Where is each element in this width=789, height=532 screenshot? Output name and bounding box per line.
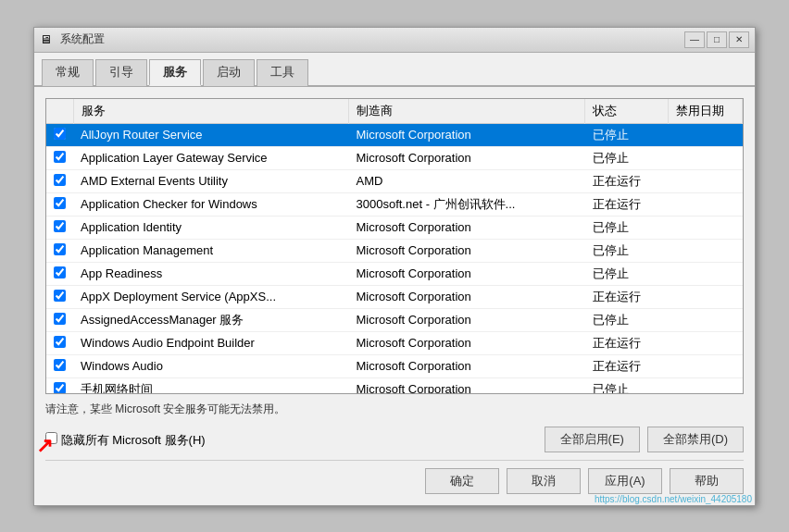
service-status: 正在运行 <box>585 169 669 192</box>
notice-text: 请注意，某些 Microsoft 安全服务可能无法禁用。 <box>45 394 744 423</box>
service-manufacturer: Microsoft Corporation <box>349 239 585 262</box>
service-disable-date <box>669 285 743 308</box>
service-status: 正在运行 <box>585 285 669 308</box>
close-button[interactable]: ✕ <box>729 31 749 48</box>
service-status: 已停止 <box>585 377 669 394</box>
tab-boot[interactable]: 引导 <box>95 59 147 86</box>
col-status: 状态 <box>585 99 669 124</box>
watermark: https://blog.csdn.net/weixin_44205180 <box>595 494 752 504</box>
service-status: 正在运行 <box>585 354 669 377</box>
service-status: 已停止 <box>585 216 669 239</box>
window-title: 系统配置 <box>60 31 105 47</box>
tab-tools[interactable]: 工具 <box>257 59 308 86</box>
table-row[interactable]: AppX Deployment Service (AppXS...Microso… <box>46 285 743 308</box>
hide-ms-row: ↗ 隐藏所有 Microsoft 服务(H) <box>45 427 206 452</box>
service-disable-date <box>669 262 743 285</box>
footer-buttons: 确定 取消 应用(A) 帮助 <box>45 460 744 494</box>
tab-services[interactable]: 服务 <box>149 59 201 86</box>
table-row[interactable]: AMD External Events UtilityAMD正在运行 <box>46 169 743 192</box>
service-checkbox[interactable] <box>54 359 66 371</box>
col-checkbox <box>46 99 73 124</box>
service-name: AssignedAccessManager 服务 <box>73 308 349 331</box>
service-checkbox[interactable] <box>54 174 66 186</box>
table-row[interactable]: 手机网络时间Microsoft Corporation已停止 <box>46 377 743 394</box>
tab-startup[interactable]: 启动 <box>203 59 255 86</box>
row-checkbox-cell <box>46 123 73 146</box>
service-manufacturer: Microsoft Corporation <box>349 216 585 239</box>
table-row[interactable]: Application IdentityMicrosoft Corporatio… <box>46 216 743 239</box>
service-disable-date <box>669 331 743 354</box>
service-disable-date <box>669 216 743 239</box>
row-checkbox-cell <box>46 169 73 192</box>
cancel-button[interactable]: 取消 <box>507 468 581 494</box>
row-checkbox-cell <box>46 354 73 377</box>
tab-general[interactable]: 常规 <box>42 59 94 86</box>
service-disable-date <box>669 308 743 331</box>
titlebar: 🖥 系统配置 — □ ✕ <box>34 28 755 53</box>
service-manufacturer: Microsoft Corporation <box>349 123 585 146</box>
service-manufacturer: Microsoft Corporation <box>349 377 585 394</box>
ok-button[interactable]: 确定 <box>425 468 499 494</box>
service-name: Application Management <box>73 239 349 262</box>
row-checkbox-cell <box>46 146 73 169</box>
enable-disable-buttons: 全部启用(E) 全部禁用(D) <box>545 427 744 452</box>
table-row[interactable]: App ReadinessMicrosoft Corporation已停止 <box>46 262 743 285</box>
service-checkbox[interactable] <box>54 151 66 163</box>
service-disable-date <box>669 354 743 377</box>
col-service: 服务 <box>73 99 349 124</box>
service-status: 已停止 <box>585 239 669 262</box>
service-status: 已停止 <box>585 308 669 331</box>
table-row[interactable]: Windows Audio Endpoint BuilderMicrosoft … <box>46 331 743 354</box>
service-manufacturer: Microsoft Corporation <box>349 285 585 308</box>
service-manufacturer: Microsoft Corporation <box>349 308 585 331</box>
apply-button[interactable]: 应用(A) <box>588 468 662 494</box>
service-checkbox[interactable] <box>54 313 66 325</box>
service-checkbox[interactable] <box>54 128 66 140</box>
service-name: Windows Audio Endpoint Builder <box>73 331 349 354</box>
service-status: 已停止 <box>585 146 669 169</box>
row-checkbox-cell <box>46 239 73 262</box>
service-checkbox[interactable] <box>54 290 66 302</box>
table-row[interactable]: AllJoyn Router ServiceMicrosoft Corporat… <box>46 123 743 146</box>
row-checkbox-cell <box>46 377 73 394</box>
service-status: 已停止 <box>585 123 669 146</box>
service-checkbox[interactable] <box>54 197 66 209</box>
service-checkbox[interactable] <box>54 382 66 394</box>
row-checkbox-cell <box>46 262 73 285</box>
service-checkbox[interactable] <box>54 220 66 232</box>
service-disable-date <box>669 146 743 169</box>
service-checkbox[interactable] <box>54 243 66 255</box>
table-row[interactable]: Windows AudioMicrosoft Corporation正在运行 <box>46 354 743 377</box>
service-manufacturer: Microsoft Corporation <box>349 331 585 354</box>
col-disable-date: 禁用日期 <box>669 99 743 124</box>
service-name: Application Layer Gateway Service <box>73 146 349 169</box>
service-manufacturer: Microsoft Corporation <box>349 262 585 285</box>
disable-all-button[interactable]: 全部禁用(D) <box>647 427 744 452</box>
services-table: 服务 制造商 状态 禁用日期 AllJoyn Router ServiceMic… <box>46 99 743 394</box>
enable-all-button[interactable]: 全部启用(E) <box>545 427 640 452</box>
service-status: 正在运行 <box>585 331 669 354</box>
tabs-bar: 常规 引导 服务 启动 工具 <box>34 53 755 87</box>
table-row[interactable]: Application Layer Gateway ServiceMicroso… <box>46 146 743 169</box>
service-name: 手机网络时间 <box>73 377 349 394</box>
table-row[interactable]: Application Checker for Windows3000soft.… <box>46 192 743 216</box>
service-manufacturer: 3000soft.net - 广州创讯软件... <box>349 192 585 216</box>
service-name: AMD External Events Utility <box>73 169 349 192</box>
minimize-button[interactable]: — <box>684 31 705 48</box>
service-disable-date <box>669 169 743 192</box>
app-icon: 🖥 <box>40 32 55 47</box>
row-checkbox-cell <box>46 216 73 239</box>
service-name: Application Identity <box>73 216 349 239</box>
table-row[interactable]: AssignedAccessManager 服务Microsoft Corpor… <box>46 308 743 331</box>
service-checkbox[interactable] <box>54 266 66 278</box>
service-checkbox[interactable] <box>54 336 66 348</box>
service-manufacturer: Microsoft Corporation <box>349 146 585 169</box>
row-checkbox-cell <box>46 285 73 308</box>
services-table-container[interactable]: 服务 制造商 状态 禁用日期 AllJoyn Router ServiceMic… <box>45 98 744 394</box>
maximize-button[interactable]: □ <box>707 31 727 48</box>
service-manufacturer: Microsoft Corporation <box>349 354 585 377</box>
row-checkbox-cell <box>46 331 73 354</box>
help-button[interactable]: 帮助 <box>670 468 744 494</box>
table-row[interactable]: Application ManagementMicrosoft Corporat… <box>46 239 743 262</box>
window-controls: — □ ✕ <box>684 31 749 48</box>
